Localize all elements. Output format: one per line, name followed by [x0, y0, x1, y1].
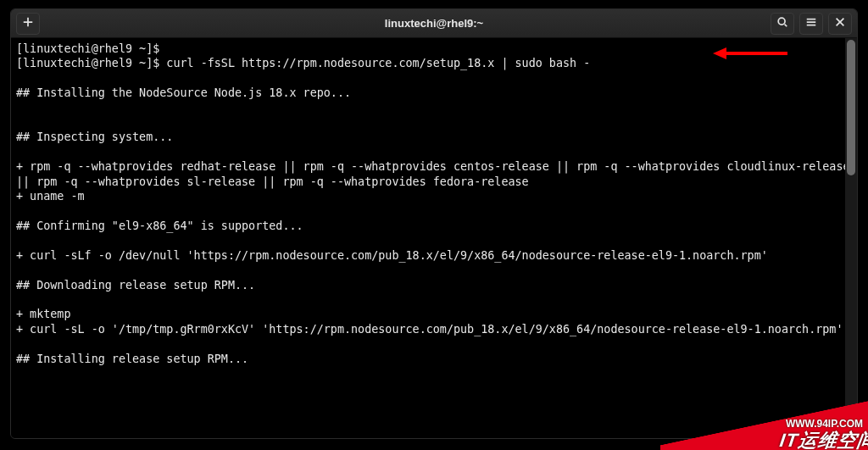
svg-point-2: [778, 18, 785, 25]
terminal-output[interactable]: [linuxtechi@rhel9 ~]$ [linuxtechi@rhel9 …: [11, 38, 857, 438]
hamburger-icon: [805, 16, 817, 31]
annotation-arrow: [713, 45, 789, 62]
menu-button[interactable]: [799, 13, 823, 35]
watermark-brand: IT运维空间: [778, 428, 868, 450]
titlebar[interactable]: linuxtechi@rhel9:~: [11, 9, 857, 38]
window-title: linuxtechi@rhel9:~: [118, 17, 750, 30]
search-icon: [776, 16, 788, 31]
svg-marker-10: [713, 47, 726, 59]
scrollbar[interactable]: [845, 38, 857, 438]
close-icon: [834, 16, 846, 31]
search-button[interactable]: [771, 13, 794, 35]
plus-icon: [22, 16, 34, 31]
terminal-window: linuxtechi@rhel9:~ [linuxtechi@rhel9 ~]$…: [10, 8, 858, 439]
new-tab-button[interactable]: [16, 13, 40, 35]
svg-line-3: [785, 25, 787, 27]
close-button[interactable]: [828, 13, 852, 35]
scrollbar-thumb[interactable]: [847, 40, 855, 175]
